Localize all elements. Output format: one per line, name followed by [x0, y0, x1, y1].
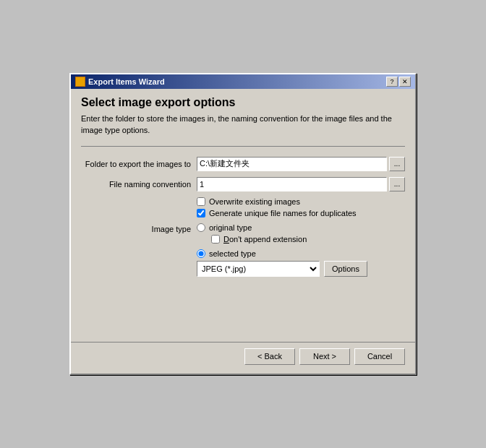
dropdown-row: JPEG (*.jpg) PNG (*.png) BMP (*.bmp) TIF…	[197, 261, 405, 277]
window-icon	[75, 77, 85, 87]
help-button[interactable]: ?	[386, 77, 398, 87]
window-content: Select image export options Enter the fo…	[71, 89, 415, 342]
folder-browse-button[interactable]: ...	[389, 157, 405, 171]
naming-input-group: ...	[197, 177, 405, 191]
window-title: Export Items Wizard	[88, 77, 165, 86]
dont-append-checkbox[interactable]	[211, 235, 220, 244]
wizard-window: Export Items Wizard ? ✕ Select image exp…	[69, 73, 417, 375]
bottom-spacer	[81, 277, 405, 335]
image-type-label: Image type	[81, 223, 197, 277]
close-button[interactable]: ✕	[399, 77, 411, 87]
back-button[interactable]: < Back	[244, 348, 295, 365]
overwrite-label: Overwrite existing images	[209, 197, 300, 206]
dont-append-label: Don't append extension	[223, 235, 307, 244]
folder-input-group: ...	[197, 157, 405, 171]
title-bar-left: Export Items Wizard	[75, 77, 165, 87]
footer-divider	[71, 342, 415, 343]
duplicates-label: Generate unique file names for duplicate…	[209, 209, 357, 217]
selected-type-label: selected type	[209, 249, 256, 258]
options-button[interactable]: Options	[324, 261, 367, 277]
folder-row: Folder to export the images to ...	[81, 157, 405, 171]
duplicates-checkbox[interactable]	[197, 209, 205, 217]
dont-append-row: Don't append extension	[211, 235, 405, 244]
duplicates-row: Generate unique file names for duplicate…	[197, 209, 405, 217]
naming-label: File naming convention	[81, 180, 197, 189]
title-bar: Export Items Wizard ? ✕	[71, 74, 415, 89]
top-divider	[81, 146, 405, 147]
checkboxes-area: Overwrite existing images Generate uniqu…	[197, 197, 405, 217]
footer-buttons: < Back Next > Cancel	[71, 348, 415, 374]
cancel-button[interactable]: Cancel	[354, 348, 405, 365]
next-button[interactable]: Next >	[299, 348, 350, 365]
title-bar-controls: ? ✕	[386, 77, 411, 87]
naming-row: File naming convention ...	[81, 177, 405, 191]
selected-type-radio[interactable]	[197, 249, 205, 258]
image-format-dropdown[interactable]: JPEG (*.jpg) PNG (*.png) BMP (*.bmp) TIF…	[197, 261, 320, 277]
original-type-label: original type	[209, 223, 252, 232]
image-type-options: original type Don't append extension sel…	[197, 223, 405, 277]
original-type-row: original type	[197, 223, 405, 232]
folder-label: Folder to export the images to	[81, 160, 197, 168]
folder-input[interactable]	[197, 157, 387, 171]
original-type-radio[interactable]	[197, 223, 205, 232]
page-title: Select image export options	[81, 96, 405, 109]
selected-type-row: selected type	[197, 249, 405, 258]
naming-input[interactable]	[197, 177, 387, 191]
overwrite-checkbox[interactable]	[197, 197, 205, 206]
overwrite-row: Overwrite existing images	[197, 197, 405, 206]
naming-browse-button[interactable]: ...	[389, 177, 405, 191]
page-description: Enter the folder to store the images in,…	[81, 113, 405, 136]
image-type-section: Image type original type Don't append ex…	[81, 223, 405, 277]
